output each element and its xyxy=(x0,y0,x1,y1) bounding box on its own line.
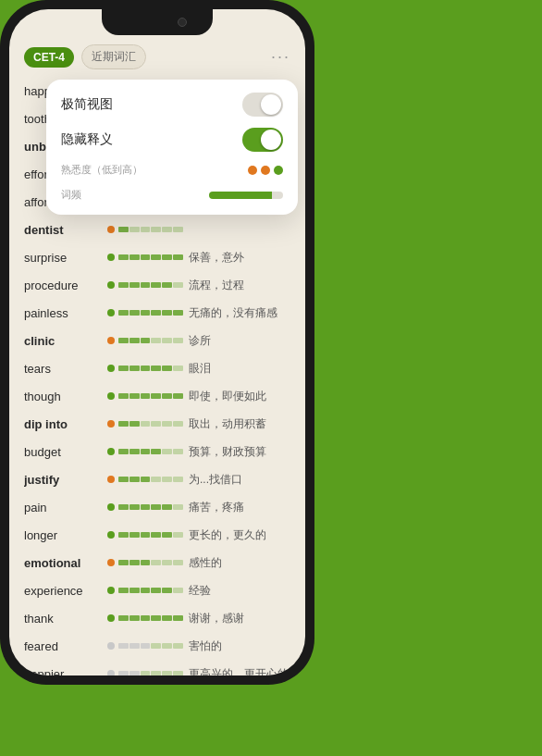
word-text: dentist xyxy=(24,223,107,237)
table-row[interactable]: longer 更长的，更久的 xyxy=(24,521,290,549)
word-meaning: 痛苦，疼痛 xyxy=(189,500,290,515)
table-row[interactable]: justify 为...找借口 xyxy=(24,465,290,493)
word-text: pain xyxy=(24,501,107,514)
word-text: feared xyxy=(24,639,107,653)
dot-indicator xyxy=(107,503,115,511)
table-row[interactable]: pain 痛苦，疼痛 xyxy=(24,493,290,521)
dot-indicator xyxy=(107,365,115,372)
word-text: happier xyxy=(24,667,107,676)
dot-indicator xyxy=(107,309,115,316)
notch xyxy=(102,9,213,35)
more-dots[interactable]: ··· xyxy=(271,47,290,67)
word-text: procedure xyxy=(24,279,107,292)
table-row[interactable]: dip into 取出，动用积蓄 xyxy=(24,410,290,438)
table-row[interactable]: though 即使，即便如此 xyxy=(24,382,290,410)
tag-recent[interactable]: 近期词汇 xyxy=(81,44,146,69)
word-meaning: 取出，动用积蓄 xyxy=(189,416,290,432)
simple-view-label: 极简视图 xyxy=(61,96,113,113)
dot-indicator xyxy=(107,559,115,566)
dot-indicator xyxy=(107,670,115,675)
hide-meaning-label: 隐藏释义 xyxy=(61,131,113,148)
dot-indicator xyxy=(107,448,115,455)
word-text: clinic xyxy=(24,334,107,348)
table-row[interactable]: budget 预算，财政预算 xyxy=(24,438,290,465)
dot-indicator xyxy=(107,476,115,483)
frequency-label: 词频 xyxy=(61,188,81,202)
dot-indicator xyxy=(107,587,115,594)
table-row[interactable]: tears 眼泪 xyxy=(24,354,290,382)
word-meaning: 害怕的 xyxy=(189,638,290,654)
word-meaning: 谢谢，感谢 xyxy=(189,611,290,626)
frequency-bar xyxy=(209,192,283,199)
dot-indicator xyxy=(107,420,115,428)
word-meaning: 预算，财政预算 xyxy=(189,444,290,460)
dot-indicator xyxy=(107,531,115,539)
table-row[interactable]: procedure 流程，过程 xyxy=(24,271,290,299)
word-text: experience xyxy=(24,584,107,598)
settings-popup: 极简视图 隐藏释义 熟悉度（低到高） xyxy=(46,80,298,215)
table-row[interactable]: surprise 保善，意外 xyxy=(24,243,290,271)
dot-indicator xyxy=(107,337,115,344)
word-meaning: 更长的，更久的 xyxy=(189,527,290,543)
word-meaning: 更高兴的，更开心的 xyxy=(189,666,290,676)
dot-indicator xyxy=(107,614,115,622)
table-row[interactable]: dentist xyxy=(24,216,290,243)
word-meaning: 无痛的，没有痛感 xyxy=(189,305,290,321)
word-meaning: 眼泪 xyxy=(189,361,290,377)
familiarity-label: 熟悉度（低到高） xyxy=(61,163,142,177)
header: CET-4 近期词汇 ··· xyxy=(24,35,290,77)
dot-indicator xyxy=(107,226,115,233)
familiarity-dots xyxy=(248,166,283,175)
table-row[interactable]: painless 无痛的，没有痛感 xyxy=(24,299,290,327)
word-meaning: 流程，过程 xyxy=(189,278,290,293)
table-row[interactable]: emotional 感性的 xyxy=(24,549,290,576)
word-text: thank xyxy=(24,612,107,626)
table-row[interactable]: happier 更高兴的，更开心的 xyxy=(24,660,290,675)
word-text: justify xyxy=(24,473,107,487)
word-text: budget xyxy=(24,445,107,459)
word-meaning: 即使，即便如此 xyxy=(189,389,290,404)
word-text: longer xyxy=(24,528,107,542)
word-text: emotional xyxy=(24,556,107,570)
dot-indicator xyxy=(107,392,115,400)
table-row[interactable]: clinic 诊所 xyxy=(24,327,290,354)
word-text: surprise xyxy=(24,251,107,265)
table-row[interactable]: experience 经验 xyxy=(24,576,290,604)
word-meaning: 感性的 xyxy=(189,555,290,571)
camera xyxy=(178,18,187,27)
word-meaning: 诊所 xyxy=(189,333,290,349)
word-meaning: 经验 xyxy=(189,583,290,599)
dot-indicator xyxy=(107,254,115,261)
tag-cet4[interactable]: CET-4 xyxy=(24,47,74,68)
word-meaning: 保善，意外 xyxy=(189,250,290,266)
simple-view-toggle[interactable] xyxy=(242,93,283,117)
dot-indicator xyxy=(107,642,115,650)
dot-indicator xyxy=(107,281,115,289)
word-meaning: 为...找借口 xyxy=(189,472,290,488)
hide-meaning-toggle[interactable] xyxy=(242,128,283,152)
word-text: tears xyxy=(24,362,107,376)
table-row[interactable]: feared 害怕的 xyxy=(24,632,290,660)
word-text: though xyxy=(24,390,107,403)
word-text: painless xyxy=(24,306,107,320)
word-text: dip into xyxy=(24,417,107,431)
table-row[interactable]: thank 谢谢，感谢 xyxy=(24,604,290,632)
